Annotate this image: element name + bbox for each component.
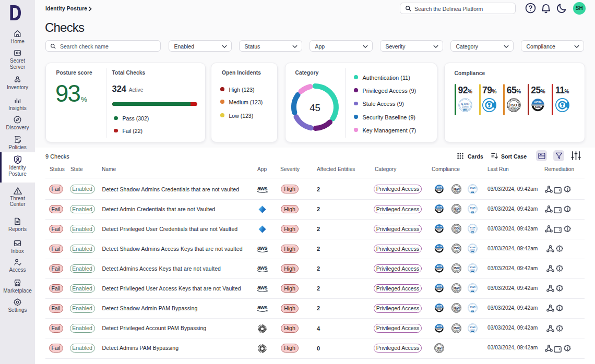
svg-text:aws: aws [257, 305, 267, 310]
svg-text:27001: 27001 [455, 210, 459, 212]
svg-text:AICPA: AICPA [436, 226, 442, 228]
svg-text:ISO: ISO [454, 326, 459, 330]
svg-text:27001: 27001 [455, 270, 459, 272]
svg-text:Solution: Solution [462, 107, 469, 109]
svg-text:SOC: SOC [437, 269, 441, 271]
svg-text:ISO: ISO [454, 266, 459, 270]
svg-text:AICPA: AICPA [436, 285, 442, 287]
svg-text:AICPA: AICPA [534, 101, 542, 104]
svg-text:SOC: SOC [535, 105, 541, 108]
svg-text:AICPA: AICPA [436, 325, 442, 327]
svg-text:27001: 27001 [511, 107, 516, 110]
svg-text:27001: 27001 [455, 289, 459, 292]
svg-text:27001: 27001 [455, 190, 459, 192]
svg-text:ISO: ISO [510, 103, 517, 107]
svg-text:ISO: ISO [454, 207, 459, 210]
svg-text:aws: aws [257, 265, 267, 271]
svg-text:AICPA: AICPA [436, 306, 442, 308]
svg-text:27001: 27001 [455, 309, 459, 311]
svg-text:ISO: ISO [454, 227, 459, 230]
svg-text:ISO: ISO [454, 307, 459, 310]
svg-text:SOC: SOC [437, 189, 441, 191]
svg-text:ISO: ISO [437, 346, 442, 349]
svg-text:CSA: CSA [463, 109, 467, 111]
svg-text:ISO: ISO [454, 247, 459, 250]
svg-text:27001: 27001 [455, 329, 459, 331]
svg-text:27001: 27001 [455, 230, 459, 232]
svg-text:27001: 27001 [437, 349, 442, 351]
svg-text:SOC: SOC [437, 288, 441, 290]
svg-text:SOC: SOC [437, 309, 441, 311]
svg-text:aws: aws [257, 245, 267, 251]
svg-text:AICPA: AICPA [436, 246, 442, 248]
svg-text:SOC: SOC [437, 229, 441, 231]
svg-text:AICPA: AICPA [436, 206, 442, 208]
svg-text:45: 45 [310, 102, 320, 113]
svg-text:ISO: ISO [454, 187, 459, 190]
svg-text:AICPA: AICPA [436, 186, 442, 188]
svg-text:aws: aws [257, 285, 267, 290]
svg-text:27001: 27001 [455, 250, 459, 252]
svg-text:ISO: ISO [454, 287, 459, 290]
svg-text:SOC: SOC [437, 249, 441, 251]
svg-text:aws: aws [257, 186, 267, 191]
svg-text:SOC: SOC [437, 329, 441, 331]
svg-text:AICPA: AICPA [436, 265, 442, 268]
svg-text:SOC: SOC [437, 209, 441, 211]
